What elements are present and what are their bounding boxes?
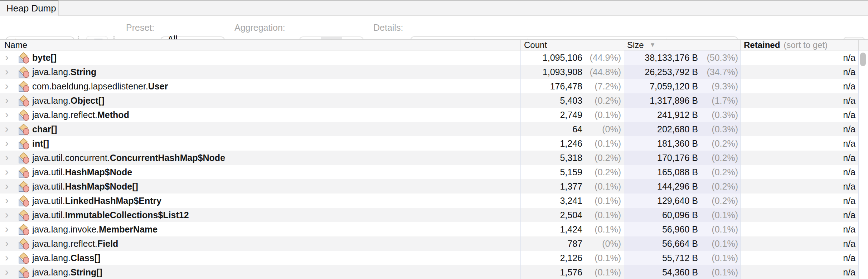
column-header-count[interactable]: Count <box>524 40 547 50</box>
count-value: 5,403 <box>560 93 582 108</box>
table-row[interactable]: ›java.lang.Object[]5,403(0.2%)1,317,896 … <box>0 93 868 108</box>
expand-chevron-icon[interactable]: › <box>5 52 9 63</box>
class-name: java.util.concurrent.ConcurrentHashMap$N… <box>32 151 225 165</box>
size-value: 144,296 B <box>657 179 698 194</box>
table-row[interactable]: ›java.lang.invoke.MemberName1,424(0.1%)5… <box>0 222 868 236</box>
count-percent: (7.2%) <box>595 79 621 93</box>
count-percent: (0.1%) <box>595 194 621 208</box>
column-header-retained-label: Retained <box>744 40 780 50</box>
column-header-size[interactable]: Size ▼ <box>627 40 656 50</box>
table-row[interactable]: ›java.util.concurrent.ConcurrentHashMap$… <box>0 151 868 165</box>
table-row[interactable]: ›byte[]1,095,106(44.9%)38,133,176 B(50.3… <box>0 50 868 65</box>
table-row[interactable]: ›java.lang.reflect.Method2,749(0.1%)241,… <box>0 108 868 122</box>
column-header-size-label: Size <box>627 40 644 50</box>
class-icon <box>18 266 30 279</box>
size-value: 56,960 B <box>662 222 698 236</box>
preset-label: Preset: <box>126 16 154 39</box>
header-divider <box>624 40 624 50</box>
expand-chevron-icon[interactable]: › <box>5 224 9 234</box>
vertical-scrollbar[interactable] <box>859 50 868 279</box>
size-percent: (34.7%) <box>707 65 738 79</box>
table-row[interactable]: ›java.lang.String1,093,908(44.8%)26,253,… <box>0 65 868 79</box>
class-name: java.lang.invoke.MemberName <box>32 222 157 236</box>
retained-value: n/a <box>843 151 855 165</box>
count-value: 787 <box>567 236 582 251</box>
class-name: java.lang.String[] <box>32 265 102 279</box>
expand-chevron-icon[interactable]: › <box>5 252 9 263</box>
size-value: 54,360 B <box>662 265 698 279</box>
table-row[interactable]: ›java.lang.String[]1,576(0.1%)54,360 B(0… <box>0 265 868 279</box>
class-name: byte[] <box>32 50 57 65</box>
class-name: com.baeldung.lapsedlistener.User <box>32 79 168 93</box>
count-value: 2,504 <box>560 208 582 222</box>
count-value: 1,424 <box>560 222 582 236</box>
table-row[interactable]: ›com.baeldung.lapsedlistener.User176,478… <box>0 79 868 93</box>
toolbar: Objects ▼ Preset: All Objects ▼ Aggregat… <box>0 16 868 39</box>
expand-chevron-icon[interactable]: › <box>5 95 9 106</box>
count-percent: (44.8%) <box>590 65 621 79</box>
size-value: 129,640 B <box>657 194 698 208</box>
class-icon <box>18 123 30 136</box>
size-value: 241,912 B <box>657 108 698 122</box>
table-row[interactable]: ›java.util.ImmutableCollections$List122,… <box>0 208 868 222</box>
size-percent: (1.7%) <box>712 93 738 108</box>
count-value: 1,093,908 <box>543 65 582 79</box>
count-value: 1,576 <box>560 265 582 279</box>
size-value: 38,133,176 B <box>645 50 698 65</box>
count-value: 1,246 <box>560 136 582 151</box>
size-value: 55,712 B <box>662 251 698 265</box>
size-percent: (0.1%) <box>712 222 738 236</box>
count-percent: (0.1%) <box>595 179 621 194</box>
table-row[interactable]: ›int[]1,246(0.1%)181,360 B(0.2%)n/a <box>0 136 868 151</box>
size-percent: (9.3%) <box>712 79 738 93</box>
size-percent: (0.1%) <box>712 251 738 265</box>
class-name: java.lang.Class[] <box>32 251 100 265</box>
count-percent: (0%) <box>602 236 621 251</box>
retained-value: n/a <box>843 194 855 208</box>
table-row[interactable]: ›java.util.LinkedHashMap$Entry3,241(0.1%… <box>0 194 868 208</box>
table-row[interactable]: ›char[]64(0%)202,680 B(0.3%)n/a <box>0 122 868 136</box>
column-header-name-label: Name <box>4 40 27 50</box>
expand-chevron-icon[interactable]: › <box>5 152 9 163</box>
header-divider <box>740 40 741 50</box>
expand-chevron-icon[interactable]: › <box>5 266 9 277</box>
expand-chevron-icon[interactable]: › <box>5 209 9 220</box>
size-percent: (0.1%) <box>712 208 738 222</box>
count-value: 64 <box>572 122 582 136</box>
table-row[interactable]: ›java.lang.reflect.Field787(0%)56,664 B(… <box>0 236 868 251</box>
expand-chevron-icon[interactable]: › <box>5 109 9 120</box>
retained-value: n/a <box>843 50 855 65</box>
header-divider <box>520 40 521 50</box>
expand-chevron-icon[interactable]: › <box>5 181 9 191</box>
class-icon <box>18 138 30 150</box>
expand-chevron-icon[interactable]: › <box>5 166 9 177</box>
table-row[interactable]: ›java.util.HashMap$Node[]1,377(0.1%)144,… <box>0 179 868 194</box>
size-percent: (50.3%) <box>707 50 738 65</box>
retained-value: n/a <box>843 265 855 279</box>
retained-value: n/a <box>843 251 855 265</box>
size-value: 181,360 B <box>657 136 698 151</box>
expand-chevron-icon[interactable]: › <box>5 138 9 148</box>
expand-chevron-icon[interactable]: › <box>5 80 9 91</box>
expand-chevron-icon[interactable]: › <box>5 238 9 249</box>
column-header-name[interactable]: Name <box>4 40 27 50</box>
count-percent: (0.1%) <box>595 136 621 151</box>
retained-value: n/a <box>843 208 855 222</box>
vertical-scrollbar-thumb[interactable] <box>860 53 866 66</box>
class-name: java.lang.reflect.Field <box>32 236 118 251</box>
size-percent: (0.2%) <box>712 179 738 194</box>
retained-value: n/a <box>843 122 855 136</box>
expand-chevron-icon[interactable]: › <box>5 66 9 77</box>
table-row[interactable]: ›java.lang.Class[]2,126(0.1%)55,712 B(0.… <box>0 251 868 265</box>
count-percent: (0.1%) <box>595 251 621 265</box>
table-row[interactable]: ›java.util.HashMap$Node5,159(0.2%)165,08… <box>0 165 868 179</box>
count-percent: (0.2%) <box>595 165 621 179</box>
class-icon <box>18 109 30 121</box>
count-value: 5,318 <box>560 151 582 165</box>
tab-heap-dump[interactable]: Heap Dump <box>0 0 59 16</box>
count-value: 5,159 <box>560 165 582 179</box>
expand-chevron-icon[interactable]: › <box>5 123 9 134</box>
column-header-retained[interactable]: Retained (sort to get) <box>744 40 828 50</box>
expand-chevron-icon[interactable]: › <box>5 195 9 206</box>
size-value: 170,176 B <box>657 151 698 165</box>
